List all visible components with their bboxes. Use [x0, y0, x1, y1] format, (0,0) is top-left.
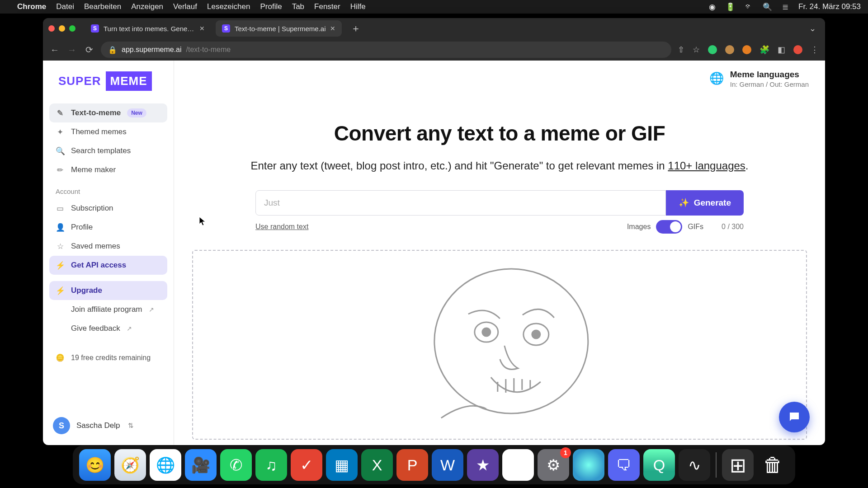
sidepanel-icon[interactable]: ◧ [778, 45, 785, 55]
screenrecord-icon[interactable]: ◉ [709, 2, 716, 12]
sidebar-item-text-to-meme[interactable]: ✎ Text-to-meme New [49, 103, 167, 122]
dock-app-zoom[interactable]: 🎥 [185, 449, 217, 481]
link-icon [56, 305, 65, 314]
close-tab-icon[interactable]: ✕ [199, 25, 205, 32]
sidebar-item-label: Meme maker [71, 165, 116, 174]
sparkle-icon: ✦ [56, 127, 65, 136]
sidebar-item-meme-maker[interactable]: ✏ Meme maker [49, 160, 167, 179]
dock-app-settings[interactable]: ⚙1 [538, 449, 569, 481]
control-center-icon[interactable]: ≣ [782, 2, 788, 12]
close-tab-icon[interactable]: ✕ [330, 25, 335, 32]
dock-app-safari[interactable]: 🧭 [114, 449, 146, 481]
sidebar-item-label: Join affiliate program [71, 305, 142, 314]
dock-app-excel[interactable]: X [361, 449, 393, 481]
dock-app-todoist[interactable]: ✓ [291, 449, 322, 481]
spotlight-icon[interactable]: 🔍 [763, 2, 772, 12]
menu-verlauf[interactable]: Verlauf [173, 2, 197, 11]
dock-app-siri[interactable] [573, 449, 604, 481]
card-icon: ▭ [56, 204, 65, 213]
tabs-overflow-icon[interactable]: ⌄ [806, 23, 820, 33]
dock-app-quicktime[interactable]: Q [643, 449, 675, 481]
sidebar-item-label: Give feedback [71, 324, 120, 333]
meme-canvas [192, 250, 807, 440]
dock-app-voice[interactable]: ∿ [679, 449, 710, 481]
dock-app-launchpad[interactable]: ⊞ [722, 449, 754, 481]
kebab-menu-icon[interactable]: ⋮ [811, 45, 819, 55]
wifi-icon[interactable]: ᯤ [745, 2, 753, 11]
toggle-label-gifs: GIFs [688, 223, 703, 231]
favicon-icon: S [91, 24, 99, 33]
star-icon: ☆ [56, 242, 65, 251]
browser-tab-1[interactable]: S Turn text into memes. Generat ✕ [85, 20, 211, 37]
menu-anzeigen[interactable]: Anzeigen [131, 2, 163, 11]
back-button[interactable]: ← [49, 45, 60, 55]
feedback-icon [56, 324, 65, 333]
browser-tab-2[interactable]: S Text-to-meme | Supermeme.ai ✕ [216, 20, 342, 37]
chat-fab[interactable] [779, 402, 810, 432]
sidebar-item-saved-memes[interactable]: ☆ Saved memes [49, 237, 167, 256]
share-icon[interactable]: ⇧ [678, 45, 684, 55]
address-bar: ← → ⟳ 🔒 app.supermeme.ai/text-to-meme ⇧ … [43, 39, 825, 61]
user-menu[interactable]: S Sascha Delp ⇅ [49, 413, 167, 439]
user-name: Sascha Delp [76, 421, 120, 430]
logo[interactable]: SUPERMEME [54, 71, 163, 91]
minimize-window-icon[interactable] [59, 25, 65, 32]
dock-app-finder[interactable]: 😊 [79, 449, 111, 481]
menubar-clock[interactable]: Fr. 24. März 09:53 [798, 2, 861, 11]
controls-row: Use random text Images GIFs 0 / 300 [255, 220, 744, 234]
sidebar-item-themed-memes[interactable]: ✦ Themed memes [49, 122, 167, 141]
meme-languages-widget[interactable]: 🌐 Meme languages In: German / Out: Germa… [709, 70, 809, 88]
menu-tab[interactable]: Tab [292, 2, 304, 11]
sidebar-item-label: Themed memes [71, 127, 127, 136]
menu-hilfe[interactable]: Hilfe [350, 2, 366, 11]
output-type-toggle[interactable] [656, 220, 682, 234]
dock-app-spotify[interactable]: ♫ [255, 449, 287, 481]
url-field[interactable]: 🔒 app.supermeme.ai/text-to-meme [101, 42, 671, 58]
menubar-app-name[interactable]: Chrome [17, 2, 46, 11]
languages-link[interactable]: 110+ languages [668, 160, 745, 172]
extension-icon[interactable] [725, 45, 734, 54]
dock-app-trash[interactable]: 🗑 [757, 449, 789, 481]
menu-datei[interactable]: Datei [56, 2, 74, 11]
dock-app-trello[interactable]: ▦ [326, 449, 358, 481]
maximize-window-icon[interactable] [69, 25, 75, 32]
sidebar-item-affiliate[interactable]: Join affiliate program ↗ [49, 300, 167, 319]
sidebar-item-label: Text-to-meme [71, 108, 121, 117]
new-tab-button[interactable]: ＋ [346, 22, 365, 35]
dock-app-word[interactable]: W [432, 449, 463, 481]
extension-icon[interactable] [742, 45, 751, 54]
menu-profile[interactable]: Profile [260, 2, 282, 11]
chevron-updown-icon: ⇅ [128, 422, 134, 430]
dock-app-imovie[interactable]: ★ [467, 449, 499, 481]
sidebar-item-search-templates[interactable]: 🔍 Search templates [49, 141, 167, 160]
credits-remaining: 🪙 19 free credits remaining [49, 347, 167, 368]
profile-avatar-icon[interactable] [793, 45, 802, 54]
menu-bearbeiten[interactable]: Bearbeiten [84, 2, 121, 11]
sidebar-item-upgrade[interactable]: ⚡ Upgrade [49, 281, 167, 300]
tab-title: Turn text into memes. Generat [104, 25, 195, 33]
sidebar-item-subscription[interactable]: ▭ Subscription [49, 199, 167, 218]
dock-app-chrome[interactable]: 🌐 [150, 449, 181, 481]
window-controls[interactable] [48, 25, 75, 32]
main-panel: 🌐 Meme languages In: German / Out: Germa… [174, 61, 825, 445]
avatar: S [53, 417, 70, 434]
dock-app-powerpoint[interactable]: P [396, 449, 428, 481]
battery-icon[interactable]: 🔋 [726, 2, 735, 12]
prompt-input[interactable] [255, 190, 666, 216]
generate-button[interactable]: ✨ Generate [666, 190, 744, 216]
sidebar: SUPERMEME ✎ Text-to-meme New ✦ Themed me… [43, 61, 174, 445]
dock-app-discord[interactable]: 🗨 [608, 449, 640, 481]
menu-lesezeichen[interactable]: Lesezeichen [207, 2, 250, 11]
dock-app-whatsapp[interactable]: ✆ [220, 449, 252, 481]
extension-icon[interactable] [708, 45, 717, 54]
bookmark-star-icon[interactable]: ☆ [693, 45, 700, 55]
extensions-puzzle-icon[interactable]: 🧩 [760, 45, 769, 55]
menu-fenster[interactable]: Fenster [314, 2, 340, 11]
sidebar-item-profile[interactable]: 👤 Profile [49, 218, 167, 237]
sidebar-item-feedback[interactable]: Give feedback ↗ [49, 319, 167, 338]
close-window-icon[interactable] [48, 25, 55, 32]
use-random-text-link[interactable]: Use random text [255, 223, 308, 231]
dock-app-drive[interactable]: ▲ [502, 449, 534, 481]
reload-button[interactable]: ⟳ [84, 44, 94, 55]
sidebar-item-get-api-access[interactable]: ⚡ Get API access [49, 256, 167, 275]
